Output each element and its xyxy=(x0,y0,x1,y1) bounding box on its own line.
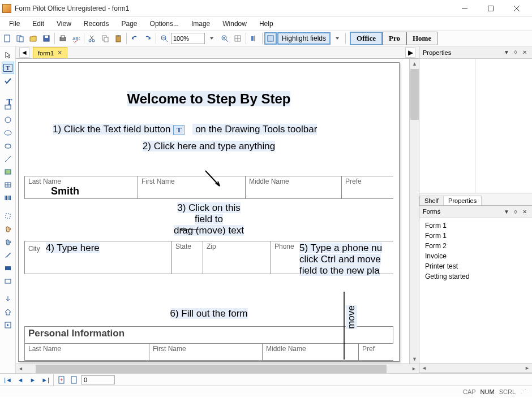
menu-help[interactable]: Help xyxy=(254,18,279,29)
list-item[interactable]: Getting started xyxy=(419,271,532,282)
list-item[interactable]: Form 1 xyxy=(419,220,532,231)
document-viewport[interactable]: Welcome to Step By Step 1) Click the Tex… xyxy=(16,59,409,364)
menu-page[interactable]: Page xyxy=(116,18,143,29)
scroll-up-icon[interactable]: ▲ xyxy=(410,59,419,68)
list-item[interactable]: Printer test xyxy=(419,261,532,271)
last-name-value[interactable]: Smith xyxy=(28,185,134,197)
menu-window[interactable]: Window xyxy=(217,18,252,29)
forms-hscroll[interactable]: ◄ ► xyxy=(419,363,532,373)
scroll-right-icon[interactable]: ► xyxy=(409,364,419,373)
panel-close-icon[interactable]: ✕ xyxy=(521,207,529,215)
mode-office-button[interactable]: Office xyxy=(350,32,383,45)
tab-scroll-left-icon[interactable]: ◄ xyxy=(19,47,29,58)
grid-icon[interactable] xyxy=(231,32,244,45)
mode-home-button[interactable]: Home xyxy=(406,32,437,45)
rounded-rect-tool-icon[interactable] xyxy=(2,140,14,152)
resize-grip-icon[interactable]: ⋰ xyxy=(520,388,526,395)
highlight-fields-button[interactable]: Highlight fields xyxy=(277,32,331,45)
fill-rect-icon[interactable] xyxy=(2,262,14,274)
menu-view[interactable]: View xyxy=(51,18,77,29)
tab-scroll-right-icon[interactable]: ▶ xyxy=(405,47,415,58)
new-icon[interactable] xyxy=(1,32,14,45)
prev-page-icon[interactable]: ◄ xyxy=(15,375,26,385)
list-item[interactable]: Form 2 xyxy=(419,241,532,251)
outline-rect-icon[interactable] xyxy=(2,275,14,287)
horizontal-scrollbar[interactable]: ◄ ► xyxy=(16,364,419,373)
tab-shelf[interactable]: Shelf xyxy=(419,196,444,205)
ellipse-tool-icon[interactable] xyxy=(2,127,14,139)
middle-name-label[interactable]: Middle Name xyxy=(246,176,342,199)
panel-close-icon[interactable]: ✕ xyxy=(521,49,529,57)
spellcheck-icon[interactable]: ABC xyxy=(70,32,82,45)
menu-file[interactable]: File xyxy=(3,18,25,29)
pref-label[interactable]: Prefe xyxy=(342,176,394,199)
panel-dropdown-icon[interactable]: ▼ xyxy=(503,207,510,215)
maximize-button[interactable] xyxy=(478,0,504,17)
next-page-icon[interactable]: ► xyxy=(27,375,38,385)
text-field-tool-icon[interactable]: T xyxy=(2,62,14,74)
menu-edit[interactable]: Edit xyxy=(27,18,50,29)
menu-options[interactable]: Options... xyxy=(144,18,185,29)
add-page-icon[interactable]: + xyxy=(56,375,67,385)
hscroll-thumb[interactable] xyxy=(36,365,387,373)
tab-properties[interactable]: Properties xyxy=(443,196,482,205)
table-tool-icon[interactable] xyxy=(2,179,14,191)
panel-pin-icon[interactable]: ◊ xyxy=(512,49,520,57)
zoom-dropdown-icon[interactable] xyxy=(205,32,218,45)
zip-label[interactable]: Zip xyxy=(203,241,271,274)
image-tool-icon[interactable] xyxy=(2,166,14,178)
align-icon[interactable] xyxy=(248,32,260,45)
tab-close-icon[interactable]: ✕ xyxy=(57,49,62,57)
minimize-button[interactable] xyxy=(452,0,478,17)
pen-tool-icon[interactable] xyxy=(2,249,14,261)
redo-icon[interactable] xyxy=(141,32,154,45)
first-page-icon[interactable]: |◄ xyxy=(2,375,14,385)
highlight-dropdown-icon[interactable] xyxy=(331,32,344,45)
hand-tool-icon[interactable] xyxy=(2,223,14,235)
save-icon[interactable] xyxy=(40,32,53,45)
last-page-icon[interactable]: ►| xyxy=(40,375,51,385)
first-name-label[interactable]: First Name xyxy=(138,176,246,199)
copy-icon[interactable] xyxy=(99,32,111,45)
list-item[interactable]: Invoice xyxy=(419,251,532,261)
menu-records[interactable]: Records xyxy=(78,18,115,29)
paste-icon[interactable] xyxy=(112,32,125,45)
menu-image[interactable]: Image xyxy=(186,18,216,29)
tab-form1[interactable]: form1 ✕ xyxy=(33,47,67,58)
home-icon[interactable] xyxy=(2,306,14,318)
send-back-icon[interactable] xyxy=(2,293,14,305)
scroll-down-icon[interactable]: ▼ xyxy=(410,354,419,364)
scroll-thumb[interactable] xyxy=(410,69,419,120)
cut-icon[interactable] xyxy=(86,32,98,45)
text-tool-icon[interactable]: T xyxy=(2,88,14,100)
page-icon[interactable] xyxy=(68,375,80,385)
barcode-tool-icon[interactable] xyxy=(2,192,14,204)
panel-dropdown-icon[interactable]: ▼ xyxy=(503,49,510,57)
checkmark-tool-icon[interactable] xyxy=(2,75,14,87)
svg-rect-6 xyxy=(19,37,23,42)
state-label[interactable]: State xyxy=(172,241,203,274)
open-icon[interactable] xyxy=(27,32,40,45)
vertical-scrollbar[interactable]: ▲ ▼ xyxy=(409,59,419,364)
undo-icon[interactable] xyxy=(128,32,141,45)
circle-tool-icon[interactable] xyxy=(2,114,14,126)
list-item[interactable]: Form 1 xyxy=(419,231,532,241)
panel-pin-icon[interactable]: ◊ xyxy=(512,207,520,215)
close-button[interactable] xyxy=(504,0,530,17)
pointer-tool-icon[interactable] xyxy=(2,49,14,61)
crop-tool-icon[interactable] xyxy=(2,210,14,222)
line-tool-icon[interactable] xyxy=(2,153,14,165)
form-nav-icon[interactable] xyxy=(2,319,14,331)
scroll-left-icon[interactable]: ◄ xyxy=(16,364,25,373)
zoom-in-icon[interactable] xyxy=(218,32,231,45)
main-toolbar: ABC Highlight fields Office Pro Home xyxy=(0,31,532,46)
page-number-input[interactable]: 0 xyxy=(81,375,115,384)
zoom-out-icon[interactable] xyxy=(158,32,170,45)
mode-pro-button[interactable]: Pro xyxy=(383,32,406,45)
new-doc-icon[interactable] xyxy=(14,32,27,45)
city-value[interactable]: 4) Type here xyxy=(46,243,100,253)
zoom-input[interactable] xyxy=(171,33,205,44)
highlight-mode-icon[interactable] xyxy=(264,32,277,45)
eraser-tool-icon[interactable] xyxy=(2,236,14,248)
print-icon[interactable] xyxy=(57,32,69,45)
